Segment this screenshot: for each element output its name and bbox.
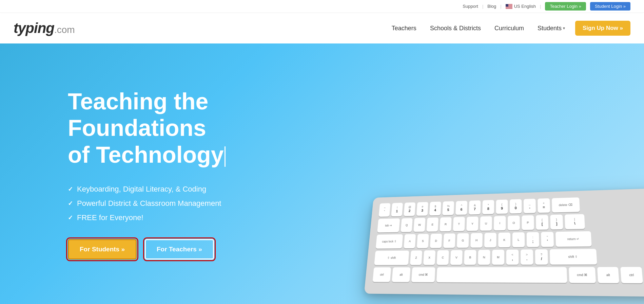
key-8: *8 [482, 200, 494, 214]
key-6: ^6 [455, 201, 467, 215]
key-capslock: caps lock ⇪ [376, 234, 403, 249]
key-j: J [484, 233, 496, 247]
svg-rect-4 [506, 6, 512, 7]
key-0: )0 [510, 199, 522, 213]
key-period: >. [521, 249, 533, 265]
feature-text-2: Powerful District & Classroom Management [77, 199, 221, 208]
feature-item-3: ✓ FREE for Everyone! [68, 213, 237, 222]
key-s: S [417, 234, 429, 248]
key-row-4: ⇧ shift Z X C V B N M <, >. ?/ shift ⇧ [374, 248, 644, 265]
key-1: !1 [391, 203, 403, 216]
nav-curriculum[interactable]: Curriculum [494, 25, 524, 32]
logo[interactable]: typing .com [14, 20, 75, 36]
svg-rect-6 [506, 8, 512, 8]
key-z: Z [410, 250, 422, 265]
key-7: &7 [469, 200, 481, 215]
key-slash: ?/ [535, 249, 548, 265]
key-h: H [470, 233, 483, 248]
nav-schools-districts[interactable]: Schools & Districts [430, 25, 481, 32]
feature-item-2: ✓ Powerful District & Classroom Manageme… [68, 199, 237, 208]
nav-students[interactable]: Students ▾ [538, 25, 565, 32]
us-flag-icon [506, 4, 512, 9]
key-equal: += [538, 198, 550, 213]
key-b: B [464, 250, 476, 265]
key-tab: tab ⇥ [377, 218, 400, 233]
hero-section: Teaching the Foundations of Technology ✓… [0, 43, 644, 304]
separator-1: | [482, 4, 483, 9]
feature-item-1: ✓ Keyboarding, Digital Literacy, & Codin… [68, 185, 237, 194]
key-c: C [437, 250, 449, 265]
key-quote: "' [541, 232, 554, 247]
hero-title-line1: Teaching the Foundations [68, 88, 208, 141]
nav-links: Teachers Schools & Districts Curriculum … [392, 25, 565, 32]
key-alt-right: alt [597, 267, 619, 283]
key-p: P [522, 215, 534, 230]
feature-text-3: FREE for Everyone! [77, 213, 143, 222]
checkmark-icon-2: ✓ [68, 200, 73, 207]
chevron-down-icon: ▾ [563, 26, 565, 31]
hero-title: Teaching the Foundations of Technology [68, 88, 237, 168]
signup-button[interactable]: Sign Up Now » [575, 21, 630, 36]
key-3: #3 [416, 202, 428, 216]
key-v: V [450, 250, 463, 265]
top-bar: Support | Blog | US English | Teacher Lo… [0, 0, 644, 13]
key-shift-left: ⇧ shift [374, 251, 409, 265]
key-5: %5 [442, 201, 454, 215]
key-o: O [508, 216, 520, 230]
nav-teachers[interactable]: Teachers [392, 25, 416, 32]
key-a: A [404, 234, 416, 248]
key-m: M [492, 250, 504, 265]
key-e: E [427, 217, 438, 232]
for-teachers-button[interactable]: For Teachers » [145, 239, 214, 260]
language-label: US English [514, 4, 536, 9]
logo-typing: typing [14, 20, 54, 36]
teacher-login-button[interactable]: Teacher Login » [545, 2, 586, 11]
logo-dotcom: .com [54, 24, 75, 35]
key-u: U [480, 216, 492, 231]
key-cmd-right: cmd ⌘ [569, 267, 596, 283]
key-y: Y [466, 217, 478, 231]
svg-rect-5 [506, 7, 512, 7]
student-login-button[interactable]: Student Login » [590, 2, 630, 11]
separator-3: | [540, 4, 541, 9]
key-q: Q [401, 218, 412, 232]
key-g: G [457, 233, 469, 248]
key-r: R [440, 217, 451, 231]
feature-text-1: Keyboarding, Digital Literacy, & Coding [77, 185, 206, 194]
key-alt-left: alt [392, 267, 410, 282]
key-comma: <, [506, 250, 519, 265]
checkmark-icon-3: ✓ [68, 214, 73, 221]
key-n: N [478, 250, 490, 265]
hero-buttons: For Students » For Teachers » [68, 239, 237, 260]
key-4: $4 [429, 201, 441, 215]
key-space [436, 267, 567, 283]
key-semicolon: :; [527, 232, 539, 247]
key-shift-right: shift ⇧ [550, 249, 597, 265]
language-selector[interactable]: US English [506, 4, 536, 9]
key-d: D [430, 234, 442, 248]
key-cmd-left: cmd ⌘ [411, 267, 435, 282]
key-2: @2 [404, 202, 415, 216]
key-row-5: ctrl alt cmd ⌘ cmd ⌘ alt ctrl [373, 267, 644, 284]
nav-students-label: Students [538, 25, 562, 32]
navbar: typing .com Teachers Schools & Districts… [0, 13, 644, 43]
svg-rect-7 [506, 4, 508, 7]
for-students-button[interactable]: For Students » [68, 239, 137, 260]
key-w: W [413, 218, 425, 232]
key-x: X [423, 250, 435, 265]
key-ctrl-left: ctrl [373, 267, 391, 282]
key-lbracket: {[ [536, 215, 548, 230]
key-i: I [494, 216, 506, 231]
key-ctrl-right: ctrl [620, 267, 643, 283]
blog-link[interactable]: Blog [487, 4, 496, 9]
key-delete: delete ⌫ [552, 197, 580, 213]
hero-features-list: ✓ Keyboarding, Digital Literacy, & Codin… [68, 185, 237, 222]
support-link[interactable]: Support [463, 4, 478, 9]
keyboard: ~` !1 @2 #3 $4 %5 ^6 &7 *8 (9 )0 _- += d… [364, 188, 644, 297]
hero-title-line2: of Technology [68, 142, 224, 167]
key-f: F [443, 233, 455, 248]
key-t: T [453, 217, 465, 231]
key-rbracket: }] [550, 215, 563, 230]
key-minus: _- [524, 199, 536, 213]
key-9: (9 [496, 199, 508, 214]
